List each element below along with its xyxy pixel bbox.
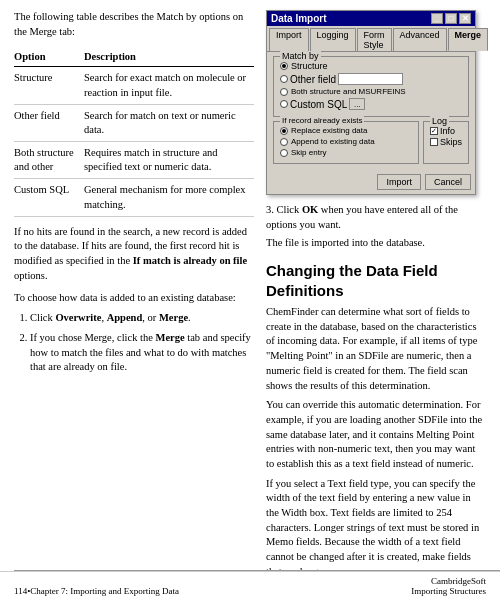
log-skips-label: Skips (440, 137, 462, 147)
match-by-group: Match by Structure Other field Bo (273, 56, 469, 117)
log-group: Log Info Skips (423, 121, 469, 164)
left-column: The following table describes the Match … (14, 10, 254, 570)
footer-left: 114•Chapter 7: Importing and Exporting D… (14, 586, 179, 596)
skip-label: Skip entry (291, 148, 327, 157)
radio-structure[interactable] (280, 62, 288, 70)
option-cell: Structure (14, 67, 84, 104)
footer-right-line2: Importing Structures (411, 586, 486, 596)
radio-structure-row: Structure (280, 61, 462, 71)
checkbox-info[interactable] (430, 127, 438, 135)
tab-advanced[interactable]: Advanced (393, 28, 447, 51)
description-cell: Search for match on text or numeric data… (84, 104, 254, 141)
dialog-footer: Import Cancel (267, 172, 475, 194)
right-column: Data Import _ □ ✕ Import Logging Form St… (266, 10, 486, 570)
radio-sql-row: Custom SQL ... (280, 98, 462, 110)
log-label: Log (430, 116, 449, 126)
dialog-titlebar-buttons: _ □ ✕ (431, 13, 471, 24)
replace-label: Replace existing data (291, 126, 368, 135)
changing-para-1: ChemFinder can determine what sort of fi… (266, 305, 486, 393)
tab-form-style[interactable]: Form Style (357, 28, 392, 51)
table-row: StructureSearch for exact match on molec… (14, 67, 254, 104)
step3-note: The file is imported into the database. (266, 236, 486, 251)
dialog-title: Data Import (271, 13, 327, 24)
append-row: Append to existing data (280, 137, 412, 146)
radio-both-label: Both structure and MSURFEINS (291, 87, 406, 96)
footer-right: CambridgeSoft Importing Structures (411, 576, 486, 596)
changing-para-3: If you select a Text field type, you can… (266, 477, 486, 570)
radio-sql-label: Custom SQL (290, 99, 347, 110)
options-table: Option Description StructureSearch for e… (14, 49, 254, 216)
tab-logging[interactable]: Logging (310, 28, 356, 51)
dialog-two-col: If record already exists Replace existin… (273, 121, 469, 168)
table-row: Both structure and otherRequires match i… (14, 142, 254, 179)
col-description-header: Description (84, 49, 254, 67)
changing-heading: Changing the Data FieldDefinitions (266, 261, 486, 300)
col-option-header: Option (14, 49, 84, 67)
tab-import[interactable]: Import (269, 28, 309, 51)
description-cell: Requires match in structure and specifie… (84, 142, 254, 179)
if-match-group: If record already exists Replace existin… (273, 121, 419, 164)
dialog-tabs: Import Logging Form Style Advanced Merge (267, 26, 475, 52)
radio-other-row: Other field (280, 73, 462, 85)
match-by-label: Match by (280, 51, 321, 61)
radio-skip[interactable] (280, 149, 288, 157)
replace-row: Replace existing data (280, 126, 412, 135)
table-row: Other fieldSearch for match on text or n… (14, 104, 254, 141)
step3-text: 3. Click OK when you have entered all of… (266, 203, 486, 232)
import-button[interactable]: Import (377, 174, 421, 190)
radio-both[interactable] (280, 88, 288, 96)
log-info-label: Info (440, 126, 455, 136)
changing-body: ChemFinder can determine what sort of fi… (266, 305, 486, 570)
radio-append[interactable] (280, 138, 288, 146)
page-footer: 114•Chapter 7: Importing and Exporting D… (0, 571, 500, 600)
page: The following table describes the Match … (0, 0, 500, 600)
dialog-body: Match by Structure Other field Bo (267, 52, 475, 172)
if-match-label: If record already exists (280, 116, 364, 125)
choose-text: To choose how data is added to an existi… (14, 291, 254, 306)
radio-sql[interactable] (280, 100, 288, 108)
numbered-list: Click Overwrite, Append, or Merge. If yo… (14, 311, 254, 380)
tab-merge[interactable]: Merge (448, 28, 489, 51)
changing-para-2: You can override this automatic determin… (266, 398, 486, 471)
dialog-titlebar: Data Import _ □ ✕ (267, 11, 475, 26)
intro-text: The following table describes the Match … (14, 10, 254, 39)
footer-right-line1: CambridgeSoft (411, 576, 486, 586)
radio-structure-label: Structure (291, 61, 328, 71)
close-button[interactable]: ✕ (459, 13, 471, 24)
radio-replace[interactable] (280, 127, 288, 135)
dialog-box: Data Import _ □ ✕ Import Logging Form St… (266, 10, 476, 195)
cancel-button[interactable]: Cancel (425, 174, 471, 190)
log-info-row: Info (430, 126, 462, 136)
description-cell: Search for exact match on molecule or re… (84, 67, 254, 104)
minimize-button[interactable]: _ (431, 13, 443, 24)
maximize-button[interactable]: □ (445, 13, 457, 24)
other-field-input[interactable] (338, 73, 403, 85)
radio-both-row: Both structure and MSURFEINS (280, 87, 462, 96)
skip-row: Skip entry (280, 148, 412, 157)
radio-other[interactable] (280, 75, 288, 83)
changing-section: Changing the Data FieldDefinitions ChemF… (266, 261, 486, 570)
table-row: Custom SQLGeneral mechanism for more com… (14, 179, 254, 216)
list-item: If you chose Merge, click the Merge tab … (30, 331, 254, 375)
option-cell: Other field (14, 104, 84, 141)
append-label: Append to existing data (291, 137, 375, 146)
radio-other-label: Other field (290, 74, 336, 85)
log-skips-row: Skips (430, 137, 462, 147)
option-cell: Custom SQL (14, 179, 84, 216)
list-item: Click Overwrite, Append, or Merge. (30, 311, 254, 326)
sql-browse-button[interactable]: ... (349, 98, 365, 110)
main-content: The following table describes the Match … (0, 0, 500, 570)
description-cell: General mechanism for more complex match… (84, 179, 254, 216)
no-hits-text: If no hits are found in the search, a ne… (14, 225, 254, 284)
option-cell: Both structure and other (14, 142, 84, 179)
checkbox-skips[interactable] (430, 138, 438, 146)
